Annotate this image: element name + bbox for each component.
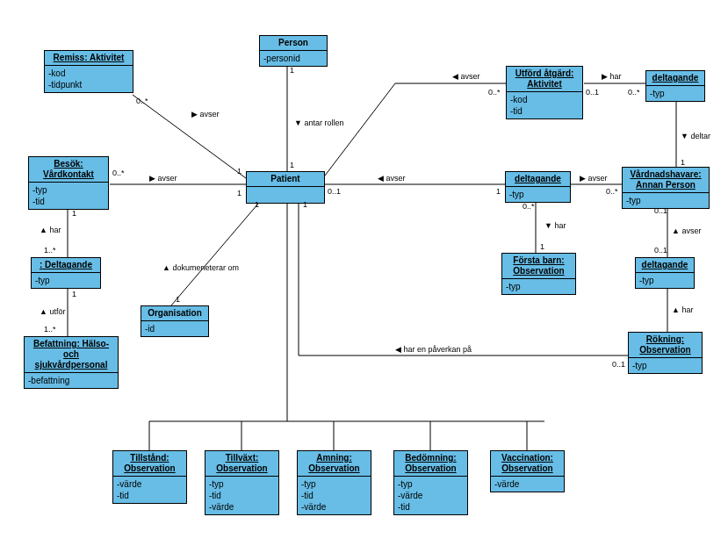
mult: 0..1: [654, 246, 667, 255]
class-deltagande1: deltagande -typ: [645, 70, 705, 102]
class-title: Tillväxt: Observation: [205, 451, 278, 477]
svg-line-7: [171, 197, 263, 305]
class-title: deltagande: [646, 71, 704, 86]
class-title: Rökning: Observation: [629, 333, 702, 358]
mult: 1..*: [44, 246, 56, 255]
class-title: Befattning: Hälso- och sjukvårdpersonal: [25, 337, 118, 373]
mult: 0..1: [586, 88, 599, 97]
class-title: Remiss: Aktivitet: [45, 51, 133, 66]
label-avser: ▶ avser: [191, 110, 220, 118]
label-avser: ◀ avser: [452, 72, 480, 81]
class-amning: Amning: Observation -typ-tid-värde: [297, 450, 371, 515]
mult: 0..*: [488, 88, 501, 97]
class-title: Vårdnadshavare: Annan Person: [623, 168, 709, 193]
class-person: Person -personid: [259, 35, 328, 67]
mult: 1: [496, 187, 501, 196]
mult: 1: [255, 200, 259, 209]
label-avser: ◀ avser: [378, 174, 406, 183]
mult: 0..1: [654, 206, 667, 215]
svg-line-0: [133, 95, 246, 178]
mult: 1: [290, 66, 294, 75]
class-title: Utförd åtgärd: Aktivitet: [507, 67, 582, 92]
class-title: Första barn: Observation: [502, 254, 575, 279]
label-deltar: ▼ deltar: [681, 132, 710, 140]
mult: 0..*: [136, 97, 148, 105]
mult: 0..*: [523, 202, 535, 211]
mult: 1: [303, 200, 307, 209]
class-title: Tillstånd: Observation: [113, 451, 186, 477]
class-organisation: Organisation -id: [141, 305, 209, 337]
mult: 1: [72, 290, 76, 298]
class-tillvaxt: Tillväxt: Observation -typ-tid-värde: [205, 450, 279, 515]
class-title: deltagande: [506, 172, 570, 187]
mult: 1: [237, 189, 241, 197]
label-harpav: ◀ har en påverkan på: [395, 345, 472, 354]
class-deltagande2: deltagande -typ: [505, 171, 571, 203]
mult: 0..1: [612, 360, 625, 369]
mult: 1: [176, 295, 180, 304]
mult: 1: [540, 242, 544, 251]
class-bedomning: Bedömning: Observation -typ-värde-tid: [393, 450, 468, 515]
class-title: deltagande: [636, 258, 694, 273]
class-utford: Utförd åtgärd: Aktivitet -kod-tid: [506, 66, 583, 119]
class-title: Amning: Observation: [298, 451, 371, 477]
class-title: Besök: Vårdkontakt: [29, 157, 108, 183]
class-besok: Besök: Vårdkontakt -typ-tid: [28, 156, 109, 210]
class-deltagande4: deltagande -typ: [635, 257, 695, 289]
class-title: Organisation: [141, 306, 208, 321]
label-har: ▲ har: [672, 305, 693, 314]
label-har: ▼ har: [544, 221, 566, 230]
class-remiss: Remiss: Aktivitet -kod-tidpunkt: [44, 50, 133, 93]
mult: 1: [290, 161, 294, 169]
mult: 1: [681, 158, 685, 167]
class-title: Vaccination: Observation: [491, 451, 564, 477]
label-dokument: ▲ dokumeneterar om: [162, 263, 239, 272]
mult: 0..1: [328, 187, 341, 196]
mult: 0..*: [628, 88, 640, 97]
label-har: ▶ har: [602, 72, 622, 81]
class-forsta: Första barn: Observation -typ: [501, 253, 576, 295]
class-vardnad: Vårdnadshavare: Annan Person -typ: [622, 167, 710, 209]
class-patient: Patient: [246, 171, 325, 204]
class-rokning: Rökning: Observation -typ: [628, 332, 703, 374]
mult: 1..*: [44, 325, 56, 334]
mult: 0..*: [606, 187, 618, 196]
label-avser: ▲ avser: [672, 226, 701, 235]
label-avser: ▶ avser: [149, 174, 177, 183]
class-title: Bedömning: Observation: [394, 451, 467, 477]
class-title: Person: [260, 36, 327, 51]
class-title: Patient: [247, 172, 324, 187]
mult: 1: [237, 167, 241, 176]
label-antar: ▼ antar rollen: [294, 118, 343, 127]
label-utfor: ▲ utför: [40, 307, 65, 316]
class-deltagande3: : Deltagande -typ: [31, 257, 101, 289]
class-vaccination: Vaccination: Observation -värde: [490, 450, 565, 492]
mult: 0..*: [112, 169, 125, 177]
label-avser: ▶ avser: [580, 174, 608, 183]
class-tillstand: Tillstånd: Observation -värde-tid: [112, 450, 187, 504]
label-har: ▲ har: [40, 226, 61, 234]
class-title: : Deltagande: [32, 258, 100, 273]
class-befattning: Befattning: Hälso- och sjukvårdpersonal …: [24, 336, 119, 389]
mult: 1: [72, 209, 76, 218]
